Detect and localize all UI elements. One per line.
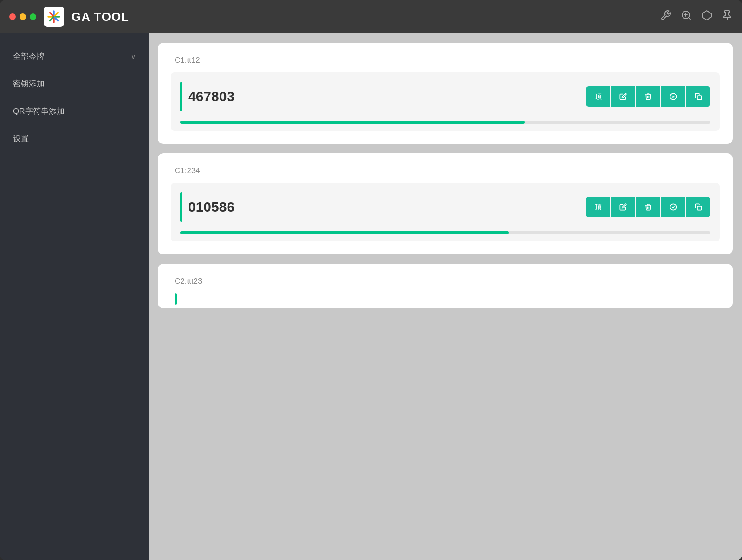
otp-row-2: 010586 顶 bbox=[180, 192, 710, 222]
sidebar-label-all-tokens: 全部令牌 bbox=[13, 51, 45, 62]
otp-code-2: 010586 bbox=[188, 199, 580, 215]
otp-card-1: C1:tt12 467803 顶 bbox=[158, 43, 733, 144]
card-title-1: C1:tt12 bbox=[171, 56, 720, 65]
sidebar-item-settings[interactable]: 设置 bbox=[0, 125, 149, 152]
sidebar-label-settings: 设置 bbox=[13, 133, 29, 144]
check-button-1[interactable] bbox=[661, 86, 685, 107]
traffic-light-minimize[interactable] bbox=[20, 13, 26, 20]
sidebar-item-add-qr[interactable]: QR字符串添加 bbox=[0, 98, 149, 125]
zoom-icon[interactable] bbox=[681, 10, 692, 24]
app-title: GA TOOL bbox=[72, 10, 129, 24]
otp-row-1: 467803 顶 bbox=[180, 82, 710, 111]
otp-card-2: C1:234 010586 顶 bbox=[158, 153, 733, 254]
edit-button-2[interactable] bbox=[611, 197, 635, 217]
accent-bar-1 bbox=[180, 82, 182, 111]
app-logo bbox=[44, 7, 64, 27]
sidebar-item-add-key[interactable]: 密钥添加 bbox=[0, 70, 149, 98]
sidebar-label-add-qr: QR字符串添加 bbox=[13, 106, 65, 117]
svg-rect-15 bbox=[697, 96, 702, 100]
otp-code-1: 467803 bbox=[188, 89, 580, 104]
progress-container-1 bbox=[180, 121, 710, 124]
copy-button-2[interactable] bbox=[686, 197, 710, 217]
traffic-lights bbox=[9, 13, 36, 20]
traffic-light-close[interactable] bbox=[9, 13, 16, 20]
content-area: C1:tt12 467803 顶 bbox=[149, 33, 742, 560]
otp-card-3: C2:ttt23 bbox=[158, 264, 733, 308]
edit-button-1[interactable] bbox=[611, 86, 635, 107]
main-layout: 全部令牌 ∨ 密钥添加 QR字符串添加 设置 C1:tt12 467803 顶 bbox=[0, 33, 742, 560]
otp-buttons-1: 顶 bbox=[586, 86, 710, 107]
card-inner-2: 010586 顶 bbox=[171, 183, 720, 241]
traffic-light-maximize[interactable] bbox=[30, 13, 36, 20]
titlebar-left: GA TOOL bbox=[9, 7, 129, 27]
accent-bar-3 bbox=[175, 293, 177, 305]
progress-bar-2 bbox=[180, 231, 509, 234]
wrench-icon[interactable] bbox=[660, 10, 671, 24]
card-inner-1: 467803 顶 bbox=[171, 72, 720, 131]
titlebar-right bbox=[660, 10, 733, 24]
hexagon-icon[interactable] bbox=[701, 10, 712, 24]
accent-bar-2 bbox=[180, 192, 182, 222]
delete-button-1[interactable] bbox=[636, 86, 660, 107]
chevron-down-icon: ∨ bbox=[131, 53, 136, 60]
svg-marker-12 bbox=[702, 11, 711, 20]
progress-bar-1 bbox=[180, 121, 525, 124]
pin-icon[interactable] bbox=[722, 10, 733, 24]
delete-button-2[interactable] bbox=[636, 197, 660, 217]
svg-line-9 bbox=[689, 18, 690, 20]
pin-top-button-1[interactable]: 顶 bbox=[586, 86, 610, 107]
sidebar: 全部令牌 ∨ 密钥添加 QR字符串添加 设置 bbox=[0, 33, 149, 560]
titlebar: GA TOOL bbox=[0, 0, 742, 33]
progress-container-2 bbox=[180, 231, 710, 234]
card-title-2: C1:234 bbox=[171, 166, 720, 176]
card-title-3: C2:ttt23 bbox=[171, 277, 720, 286]
otp-buttons-2: 顶 bbox=[586, 197, 710, 217]
sidebar-label-add-key: 密钥添加 bbox=[13, 78, 45, 89]
pin-top-button-2[interactable]: 顶 bbox=[586, 197, 610, 217]
copy-button-1[interactable] bbox=[686, 86, 710, 107]
check-button-2[interactable] bbox=[661, 197, 685, 217]
sidebar-item-all-tokens[interactable]: 全部令牌 ∨ bbox=[0, 43, 149, 70]
svg-rect-17 bbox=[697, 206, 702, 210]
